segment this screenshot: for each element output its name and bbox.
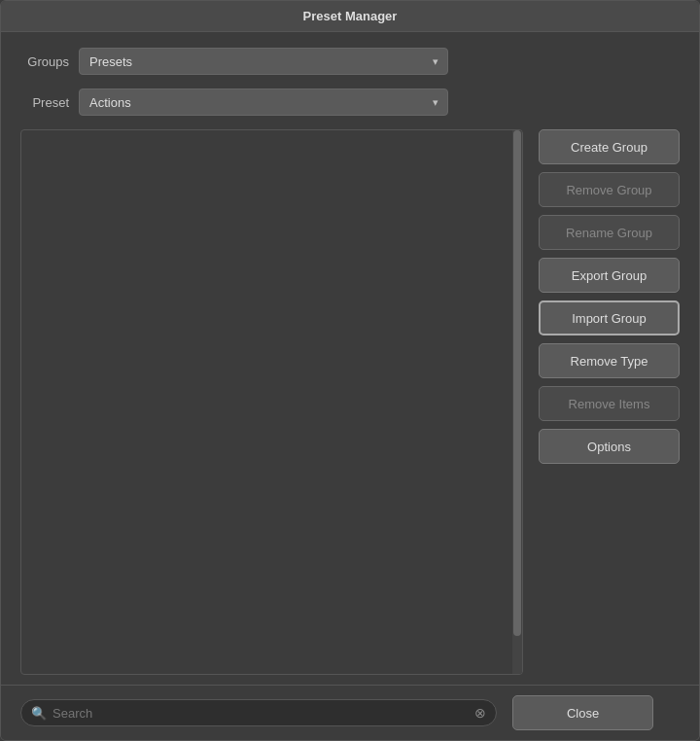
search-box[interactable]: 🔍 ⊗ [20, 699, 497, 726]
preset-select-wrapper: Actions ▾ [79, 88, 448, 116]
remove-items-button[interactable]: Remove Items [539, 386, 680, 421]
search-input[interactable] [52, 706, 474, 721]
close-button[interactable]: Close [512, 695, 653, 730]
content-area: Groups Presets ▾ Preset Actions ▾ Create… [1, 32, 699, 675]
create-group-button[interactable]: Create Group [539, 129, 680, 164]
search-clear-icon[interactable]: ⊗ [474, 705, 486, 721]
groups-label: Groups [20, 54, 79, 69]
groups-select[interactable]: Presets [79, 48, 448, 75]
groups-row: Groups Presets ▾ [20, 48, 680, 75]
title-bar: Preset Manager [1, 1, 699, 32]
groups-select-wrapper: Presets ▾ [79, 48, 448, 75]
preset-row: Preset Actions ▾ [20, 88, 680, 116]
options-button[interactable]: Options [539, 429, 680, 464]
items-list-panel[interactable] [20, 129, 523, 675]
export-group-button[interactable]: Export Group [539, 258, 680, 293]
actions-panel: Create Group Remove Group Rename Group E… [539, 129, 680, 675]
remove-type-button[interactable]: Remove Type [539, 343, 680, 378]
search-icon: 🔍 [31, 706, 47, 721]
preset-label: Preset [20, 95, 79, 110]
preset-manager-window: Preset Manager Groups Presets ▾ Preset A… [0, 0, 700, 741]
rename-group-button[interactable]: Rename Group [539, 215, 680, 250]
footer: 🔍 ⊗ Close [1, 685, 699, 740]
scrollbar-track[interactable] [512, 130, 522, 674]
preset-select[interactable]: Actions [79, 88, 448, 116]
remove-group-button[interactable]: Remove Group [539, 172, 680, 207]
main-area: Create Group Remove Group Rename Group E… [20, 129, 680, 675]
import-group-button[interactable]: Import Group [539, 300, 680, 335]
scrollbar-thumb[interactable] [513, 130, 521, 636]
window-title: Preset Manager [303, 9, 398, 23]
